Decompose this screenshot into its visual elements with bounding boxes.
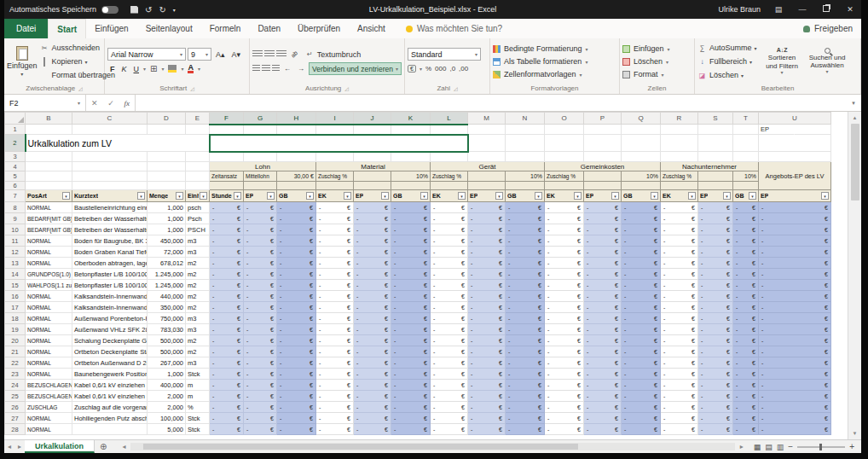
cell[interactable]: -€ (277, 258, 316, 269)
cell[interactable]: -€ (210, 269, 244, 280)
cell[interactable]: -€ (431, 335, 468, 346)
cell[interactable]: -€ (277, 402, 316, 413)
cell[interactable]: Zuschlag % (545, 171, 584, 182)
column-header-g[interactable]: G (244, 113, 277, 125)
cell[interactable]: 10% (391, 171, 431, 182)
cell-menge[interactable]: 500,000 (148, 346, 186, 357)
cell[interactable]: -€ (661, 402, 698, 413)
cell[interactable] (698, 171, 733, 182)
scroll-down-icon[interactable]: ▼ (853, 427, 858, 439)
cell[interactable]: -€ (391, 247, 431, 258)
cell-einheit[interactable]: m2 (186, 346, 210, 357)
cell[interactable]: -€ (584, 413, 622, 424)
cell[interactable]: -€ (431, 424, 468, 435)
cell[interactable]: -€ (210, 424, 244, 435)
cell[interactable]: -€ (545, 346, 584, 357)
fill-color-button[interactable] (165, 62, 179, 75)
row-header-22[interactable]: 22 (5, 357, 26, 369)
cell[interactable]: -€ (244, 269, 277, 280)
row-header-6[interactable]: 6 (5, 182, 26, 190)
cell[interactable]: -€ (468, 324, 506, 335)
font-color-caret-icon[interactable]: ▾ (198, 66, 200, 72)
filter-dropdown-icon[interactable]: ▾ (688, 192, 696, 200)
cell[interactable]: -€ (431, 324, 468, 335)
underline-button[interactable]: U (131, 62, 142, 75)
cell[interactable] (584, 125, 622, 135)
cell[interactable]: -€ (354, 202, 391, 213)
dialog-launcher-icon[interactable]: ◿ (344, 85, 349, 91)
cell-kurztext[interactable]: Oberboden abtragen, lagern d= (72, 258, 148, 269)
cell[interactable]: Zuschlag % (661, 171, 698, 182)
cell[interactable]: -€ (622, 224, 661, 235)
cell[interactable] (698, 182, 733, 190)
cell[interactable]: -€ (545, 380, 584, 391)
filter-header-gb-18[interactable]: GB▾ (733, 190, 759, 202)
filter-header-ep-17[interactable]: EP▾ (698, 190, 733, 202)
borders-button[interactable]: ⊞ (148, 62, 159, 75)
cell[interactable]: -€ (506, 335, 545, 346)
column-header-i[interactable]: I (316, 113, 354, 125)
cell[interactable]: -€ (545, 202, 584, 213)
cell-menge[interactable]: 1,000 (148, 202, 186, 213)
tab-daten[interactable]: Daten (249, 19, 289, 38)
increase-indent-button[interactable]: → (295, 62, 307, 75)
cell[interactable] (148, 171, 186, 182)
cell[interactable] (354, 125, 391, 135)
cell[interactable]: -€ (354, 280, 391, 291)
cell[interactable]: -€ (733, 280, 759, 291)
cell[interactable]: -€ (759, 324, 831, 335)
column-header-l[interactable]: L (431, 113, 468, 125)
cell[interactable]: -€ (468, 357, 506, 369)
filter-header-ep-8[interactable]: EP▾ (354, 190, 391, 202)
minimize-button[interactable]: — (796, 5, 808, 14)
cell[interactable]: -€ (244, 202, 277, 213)
autosave-toggle[interactable] (101, 6, 119, 14)
cell[interactable]: -€ (698, 202, 733, 213)
cell[interactable]: -€ (277, 380, 316, 391)
cell[interactable]: -€ (316, 335, 354, 346)
cell[interactable]: Zuschlag % (431, 171, 468, 182)
cell[interactable]: -€ (698, 335, 733, 346)
cell-kurztext[interactable]: Betonpflaster L/B 100/100 mm F (72, 280, 148, 291)
cell[interactable] (72, 182, 148, 190)
cell-menge[interactable]: 1,000 (148, 369, 186, 380)
cell[interactable]: -€ (733, 391, 759, 402)
cell-posart[interactable]: BEDARF(MIT GB) (26, 224, 72, 235)
cell[interactable]: -€ (431, 402, 468, 413)
cell[interactable]: -€ (277, 269, 316, 280)
cell[interactable]: -€ (584, 247, 622, 258)
cell[interactable]: -€ (622, 413, 661, 424)
align-left-icon[interactable] (252, 65, 260, 73)
cell[interactable]: -€ (277, 335, 316, 346)
row-header-8[interactable]: 8 (5, 202, 26, 213)
cell[interactable]: -€ (545, 413, 584, 424)
cell[interactable]: -€ (354, 346, 391, 357)
cell[interactable] (431, 125, 468, 135)
cell[interactable]: -€ (506, 391, 545, 402)
cell[interactable]: -€ (584, 324, 622, 335)
cell[interactable] (733, 152, 759, 162)
cell[interactable]: -€ (468, 413, 506, 424)
cell[interactable]: -€ (277, 291, 316, 302)
cell[interactable]: -€ (759, 258, 831, 269)
cell[interactable]: -€ (733, 291, 759, 302)
cell[interactable]: -€ (431, 413, 468, 424)
cell[interactable]: -€ (277, 324, 316, 335)
cell-posart[interactable]: NORMAL (26, 346, 72, 357)
cell-kurztext[interactable]: Schalung Deckenplatte GF-Sch (72, 335, 148, 346)
cell[interactable]: -€ (468, 269, 506, 280)
insert-function-icon[interactable]: fx (124, 99, 130, 107)
cell[interactable]: -€ (468, 213, 506, 224)
cell[interactable]: -€ (506, 291, 545, 302)
cell[interactable]: -€ (354, 402, 391, 413)
cell[interactable]: -€ (468, 369, 506, 380)
cell[interactable]: -€ (698, 391, 733, 402)
cell-menge[interactable]: 750,000 (148, 313, 186, 324)
cell[interactable]: -€ (210, 213, 244, 224)
cell[interactable]: -€ (210, 202, 244, 213)
close-button[interactable]: ✕ (844, 5, 856, 14)
cell[interactable]: -€ (244, 324, 277, 335)
cell[interactable]: -€ (733, 247, 759, 258)
font-color-button[interactable]: A (185, 62, 196, 75)
cell-menge[interactable]: 783,030 (148, 324, 186, 335)
